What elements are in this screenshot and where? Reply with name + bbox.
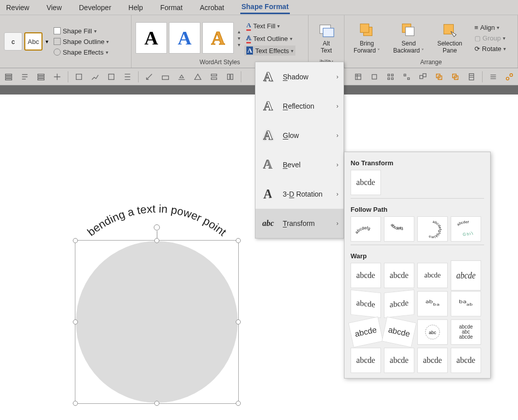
- menu-3d-rotation[interactable]: A 3-D Rotation ›: [255, 179, 343, 209]
- chevron-right-icon: ›: [336, 132, 338, 139]
- tab-view[interactable]: View: [46, 2, 63, 14]
- follow-path-arch-down[interactable]: abcdefg: [384, 216, 414, 242]
- svg-rect-15: [423, 73, 426, 76]
- qat-icon[interactable]: [450, 71, 461, 82]
- qat-icon[interactable]: [466, 71, 477, 82]
- warp-option[interactable]: abcde: [384, 290, 414, 318]
- warp-option[interactable]: abcde: [351, 263, 381, 288]
- menu-shadow[interactable]: A Shadow ›: [255, 62, 343, 91]
- send-backward-button[interactable]: SendBackward ˅: [388, 20, 429, 56]
- qat-icon[interactable]: [144, 71, 155, 82]
- warp-option[interactable]: abc: [417, 319, 448, 345]
- qat-icon[interactable]: [19, 71, 30, 82]
- selection-box[interactable]: [75, 240, 239, 404]
- gallery-more-icon[interactable]: ▾: [238, 42, 240, 48]
- follow-path-button[interactable]: abcdefG h i j: [451, 216, 481, 242]
- warp-option[interactable]: abcde: [417, 348, 448, 373]
- qat-icon[interactable]: [369, 71, 380, 82]
- warp-option[interactable]: abcde: [451, 260, 481, 291]
- text-effects-button[interactable]: AText Effects ▾: [244, 45, 295, 56]
- bring-forward-button[interactable]: BringForward ˅: [349, 20, 385, 56]
- group-button[interactable]: ▢Group ▾: [472, 33, 508, 43]
- wordart-style-3[interactable]: A: [202, 22, 234, 54]
- resize-handle[interactable]: [236, 238, 241, 243]
- glow-icon: A: [261, 128, 276, 143]
- menu-reflection[interactable]: A Reflection ›: [255, 91, 343, 121]
- shape-outline-button[interactable]: Shape Outline ▾: [52, 37, 111, 46]
- text-outline-button[interactable]: AText Outline ▾: [244, 33, 295, 44]
- menu-bevel[interactable]: A Bevel ›: [255, 150, 343, 179]
- shape-effects-button[interactable]: Shape Effects ▾: [52, 48, 111, 57]
- resize-handle[interactable]: [236, 319, 241, 324]
- selection-pane-button[interactable]: SelectionPane: [432, 20, 467, 56]
- qat-icon[interactable]: [434, 71, 445, 82]
- shape-style-options: Shape Fill ▾ Shape Outline ▾ Shape Effec…: [52, 26, 111, 57]
- warp-option[interactable]: abcde: [384, 348, 414, 373]
- tab-acrobat[interactable]: Acrobat: [199, 2, 225, 14]
- chevron-right-icon: ›: [336, 161, 338, 168]
- text-fill-button[interactable]: AText Fill ▾: [244, 20, 295, 32]
- qat-icon[interactable]: [417, 71, 428, 82]
- resize-handle[interactable]: [154, 401, 159, 406]
- svg-point-22: [510, 73, 512, 76]
- resize-handle[interactable]: [73, 401, 78, 406]
- warp-option[interactable]: ᵇᵃᵃᵇ: [451, 291, 481, 316]
- shape-style-thumb-selected[interactable]: Abc: [24, 32, 42, 51]
- resize-handle[interactable]: [236, 401, 241, 406]
- qat-icon[interactable]: [90, 71, 101, 82]
- text-outline-icon: A: [246, 34, 251, 43]
- warp-option[interactable]: abcdeabcabcde: [451, 319, 481, 345]
- qat-icon[interactable]: [353, 71, 364, 82]
- gallery-down-icon[interactable]: ▾: [238, 35, 240, 41]
- qat-icon[interactable]: [73, 71, 84, 82]
- warp-option[interactable]: abcde: [348, 316, 383, 347]
- wordart-gallery[interactable]: A A A: [136, 22, 234, 54]
- qat-icon[interactable]: [225, 71, 236, 82]
- warp-option[interactable]: abcde: [451, 348, 481, 373]
- rotate-button[interactable]: ⟳Rotate ▾: [472, 44, 508, 54]
- warp-option[interactable]: abcde: [417, 263, 448, 288]
- qat-icon[interactable]: [106, 71, 117, 82]
- warp-option[interactable]: ᵃᵇᵇᵃ: [417, 291, 448, 316]
- warp-option[interactable]: abcde: [381, 316, 416, 347]
- qat-icon[interactable]: [176, 71, 187, 82]
- resize-handle[interactable]: [154, 238, 159, 243]
- qat-icon[interactable]: [208, 71, 220, 82]
- svg-text:abcdef: abcdef: [456, 220, 469, 226]
- gallery-up-icon[interactable]: ▴: [238, 29, 240, 34]
- shape-fill-button[interactable]: Shape Fill ▾: [52, 26, 111, 36]
- tab-developer[interactable]: Developer: [78, 2, 112, 14]
- alt-text-button[interactable]: AltText: [313, 20, 340, 56]
- menu-transform[interactable]: abc Transform ›: [255, 209, 343, 238]
- menu-glow[interactable]: A Glow ›: [255, 121, 343, 150]
- qat-icon[interactable]: [35, 71, 47, 82]
- resize-handle[interactable]: [73, 238, 78, 243]
- transform-none[interactable]: abcde: [351, 170, 381, 195]
- qat-icon[interactable]: [192, 71, 203, 82]
- warp-option[interactable]: abcde: [384, 263, 414, 288]
- wordart-style-2[interactable]: A: [169, 22, 200, 54]
- follow-path-circle[interactable]: abcdefghijklmn: [417, 216, 448, 242]
- warp-option[interactable]: abcde: [351, 290, 381, 318]
- resize-handle[interactable]: [73, 319, 78, 324]
- warp-option[interactable]: abcde: [351, 348, 381, 373]
- tab-format[interactable]: Format: [159, 2, 184, 14]
- wordart-style-1[interactable]: A: [136, 22, 167, 54]
- tab-review[interactable]: Review: [5, 2, 30, 14]
- svg-rect-13: [372, 74, 377, 79]
- qat-icon[interactable]: [160, 71, 171, 82]
- svg-text:abcdefg: abcdefg: [390, 223, 403, 231]
- qat-icon[interactable]: [401, 71, 412, 82]
- qat-icon[interactable]: [52, 71, 63, 82]
- shape-style-thumb[interactable]: c: [4, 32, 22, 51]
- align-button[interactable]: ≡Align ▾: [472, 23, 508, 32]
- tab-shape-format[interactable]: Shape Format: [240, 1, 289, 14]
- qat-icon[interactable]: [122, 71, 133, 82]
- qat-icon[interactable]: [488, 71, 499, 82]
- qat-icon[interactable]: [385, 71, 396, 82]
- qat-icon[interactable]: [3, 71, 14, 82]
- rotate-handle[interactable]: [154, 224, 160, 230]
- follow-path-arch-up[interactable]: abcdefg: [351, 216, 381, 242]
- qat-icon[interactable]: [504, 71, 515, 82]
- tab-help[interactable]: Help: [127, 2, 144, 14]
